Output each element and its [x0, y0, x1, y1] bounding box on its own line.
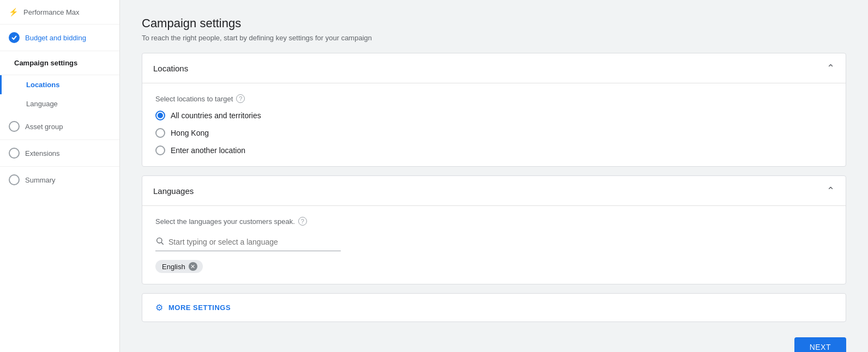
selected-languages: English ✕: [155, 260, 833, 273]
sidebar-item-label: Extensions: [25, 149, 60, 157]
sidebar-item-label: Asset group: [25, 123, 63, 131]
chevron-up-icon-lang[interactable]: ⌃: [827, 185, 835, 197]
locations-card-body: Select locations to target ? All countri…: [142, 83, 846, 166]
radio-label-hong-kong: Hong Kong: [171, 129, 209, 137]
sidebar-item-asset-group[interactable]: Asset group: [0, 113, 119, 140]
languages-section-label: Select the languages your customers spea…: [155, 217, 833, 226]
circle-icon: [9, 121, 20, 132]
next-button[interactable]: NEXT: [794, 337, 846, 352]
locations-radio-group: All countries and territories Hong Kong …: [155, 111, 833, 155]
search-icon: [155, 236, 164, 247]
language-tag-remove[interactable]: ✕: [189, 262, 197, 271]
sidebar-item-budget-bidding[interactable]: Budget and bidding: [0, 25, 119, 51]
languages-help-icon[interactable]: ?: [298, 217, 307, 226]
bolt-icon: ⚡: [9, 8, 18, 16]
circle-icon: [9, 174, 20, 185]
languages-card-body: Select the languages your customers spea…: [142, 206, 846, 284]
radio-enter-location[interactable]: Enter another location: [155, 145, 833, 155]
radio-label-all-countries: All countries and territories: [171, 111, 261, 120]
radio-hong-kong[interactable]: Hong Kong: [155, 128, 833, 138]
sidebar-subitem-locations[interactable]: Locations: [0, 75, 119, 94]
language-tag-english: English ✕: [155, 260, 203, 273]
language-search-input[interactable]: [168, 238, 341, 246]
radio-circle-hk: [155, 128, 165, 138]
page-subtitle: To reach the right people, start by defi…: [142, 34, 846, 42]
more-settings-bar[interactable]: ⚙ MORE SETTINGS: [142, 293, 846, 322]
sidebar-item-campaign-settings[interactable]: Campaign settings: [0, 51, 119, 75]
sidebar-item-label: Performance Max: [23, 8, 80, 16]
svg-point-0: [157, 238, 162, 243]
sidebar-sub-items: Locations Language: [0, 75, 119, 113]
sidebar-subitem-language[interactable]: Language: [0, 94, 119, 113]
languages-card-title: Languages: [153, 186, 194, 196]
sidebar-item-label: Summary: [25, 176, 56, 184]
radio-circle-selected: [155, 111, 165, 120]
language-search-row: [155, 233, 341, 251]
languages-card-header: Languages ⌃: [142, 176, 846, 206]
page-title: Campaign settings: [142, 16, 846, 31]
sidebar-group-campaign-settings: Campaign settings Locations Language: [0, 51, 119, 113]
circle-icon: [9, 148, 20, 159]
check-icon: [9, 32, 20, 43]
svg-line-1: [161, 242, 164, 245]
locations-card-header: Locations ⌃: [142, 53, 846, 83]
bottom-bar: NEXT: [142, 331, 846, 352]
sidebar-item-extensions[interactable]: Extensions: [0, 140, 119, 167]
sidebar-item-label: Budget and bidding: [25, 34, 86, 42]
locations-card-title: Locations: [153, 64, 188, 73]
gear-icon: ⚙: [155, 302, 163, 313]
more-settings-label: MORE SETTINGS: [168, 304, 231, 312]
radio-all-countries[interactable]: All countries and territories: [155, 111, 833, 120]
languages-card: Languages ⌃ Select the languages your cu…: [142, 175, 846, 284]
language-tag-label: English: [162, 263, 185, 271]
locations-section-label: Select locations to target ?: [155, 94, 833, 103]
radio-circle-other: [155, 145, 165, 155]
locations-card: Locations ⌃ Select locations to target ?…: [142, 53, 846, 167]
radio-label-other-location: Enter another location: [171, 146, 245, 155]
sidebar-item-summary[interactable]: Summary: [0, 167, 119, 193]
sidebar: ⚡ Performance Max Budget and bidding Cam…: [0, 0, 120, 352]
sidebar-item-label: Campaign settings: [14, 59, 77, 67]
main-content: Campaign settings To reach the right peo…: [120, 0, 868, 352]
chevron-up-icon[interactable]: ⌃: [827, 62, 835, 74]
sidebar-item-performance-max[interactable]: ⚡ Performance Max: [0, 0, 119, 25]
locations-help-icon[interactable]: ?: [236, 94, 245, 103]
